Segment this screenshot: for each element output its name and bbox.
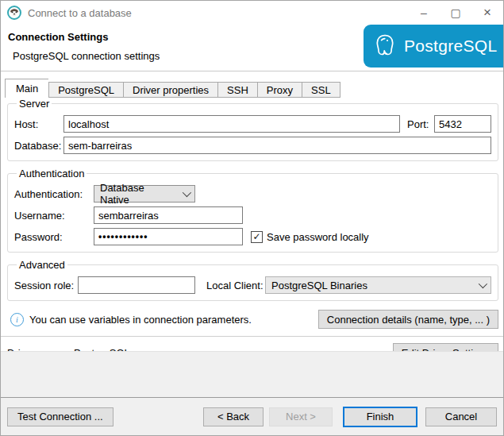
advanced-group: Advanced Session role: Local Client: Pos… xyxy=(7,259,498,301)
back-button[interactable]: < Back xyxy=(203,407,264,426)
local-client-select[interactable]: PostgreSQL Binaries xyxy=(265,276,491,294)
host-input[interactable] xyxy=(63,115,400,133)
next-button[interactable]: Next > xyxy=(269,407,333,426)
page-title: Connection Settings xyxy=(8,31,108,43)
driver-divider xyxy=(1,336,504,337)
minimize-icon[interactable]: – xyxy=(408,1,440,25)
close-icon[interactable]: × xyxy=(471,1,503,25)
info-row: i You can use variables in connection pa… xyxy=(7,309,498,330)
database-input[interactable] xyxy=(63,137,491,154)
port-label: Port: xyxy=(407,118,434,130)
tab-postgresql[interactable]: PostgreSQL xyxy=(48,82,123,98)
host-label: Host: xyxy=(14,118,63,130)
tab-ssl[interactable]: SSL xyxy=(302,82,340,98)
main-tab-panel: Server Host: Port: Database: Authenticat… xyxy=(1,98,504,363)
connect-database-dialog: Connect to a database – ▢ × Connection S… xyxy=(0,0,504,436)
header-divider xyxy=(1,71,503,71)
dbeaver-app-icon xyxy=(7,6,21,20)
postgresql-banner: PostgreSQL xyxy=(364,25,503,68)
page-subtitle: PostgreSQL connection settings xyxy=(13,50,160,62)
tab-driver-properties[interactable]: Driver properties xyxy=(123,82,217,98)
save-password-checkbox[interactable]: ✓ xyxy=(251,231,263,243)
advanced-group-legend: Advanced xyxy=(17,259,67,271)
save-password-option: ✓ Save password locally xyxy=(251,231,369,243)
password-label: Password: xyxy=(14,231,94,243)
database-label: Database: xyxy=(14,140,63,152)
window-title: Connect to a database xyxy=(28,7,132,19)
dialog-spacer xyxy=(1,351,503,397)
tab-ssh[interactable]: SSH xyxy=(217,82,257,98)
maximize-icon[interactable]: ▢ xyxy=(440,1,471,25)
authentication-group: Authentication Authentication: Database … xyxy=(7,168,498,253)
session-role-label: Session role: xyxy=(14,280,78,291)
username-label: Username: xyxy=(14,210,94,222)
dialog-button-bar: Test Connection ... < Back Next > Finish… xyxy=(1,397,503,435)
chevron-down-icon xyxy=(183,188,191,197)
check-icon: ✓ xyxy=(252,231,260,242)
server-group-legend: Server xyxy=(17,98,52,110)
chevron-down-icon xyxy=(479,280,487,288)
local-client-value: PostgreSQL Binaries xyxy=(271,280,472,291)
test-connection-button[interactable]: Test Connection ... xyxy=(7,407,113,426)
info-message: You can use variables in connection para… xyxy=(29,314,318,326)
tab-proxy[interactable]: Proxy xyxy=(257,82,302,98)
local-client-label: Local Client: xyxy=(206,280,265,291)
info-icon: i xyxy=(10,313,24,326)
authentication-type-select[interactable]: Database Native xyxy=(94,185,195,203)
postgresql-elephant-icon xyxy=(371,32,398,61)
connection-details-button[interactable]: Connection details (name, type, ... ) xyxy=(318,310,498,329)
title-bar: Connect to a database – ▢ × xyxy=(1,1,503,25)
save-password-label: Save password locally xyxy=(267,231,369,243)
authentication-type-label: Authentication: xyxy=(14,188,94,200)
window-controls: – ▢ × xyxy=(408,1,503,25)
brand-name: PostgreSQL xyxy=(404,37,497,56)
port-input[interactable] xyxy=(434,115,491,133)
username-input[interactable] xyxy=(94,206,243,224)
session-role-input[interactable] xyxy=(78,276,195,294)
authentication-type-value: Database Native xyxy=(100,182,176,206)
tab-main[interactable]: Main xyxy=(5,79,48,98)
authentication-group-legend: Authentication xyxy=(17,168,87,179)
server-group: Server Host: Port: Database: xyxy=(7,98,498,161)
settings-tab-bar: Main PostgreSQL Driver properties SSH Pr… xyxy=(5,79,340,98)
password-input[interactable] xyxy=(94,228,243,245)
finish-button[interactable]: Finish xyxy=(343,407,417,427)
cancel-button[interactable]: Cancel xyxy=(425,407,497,426)
